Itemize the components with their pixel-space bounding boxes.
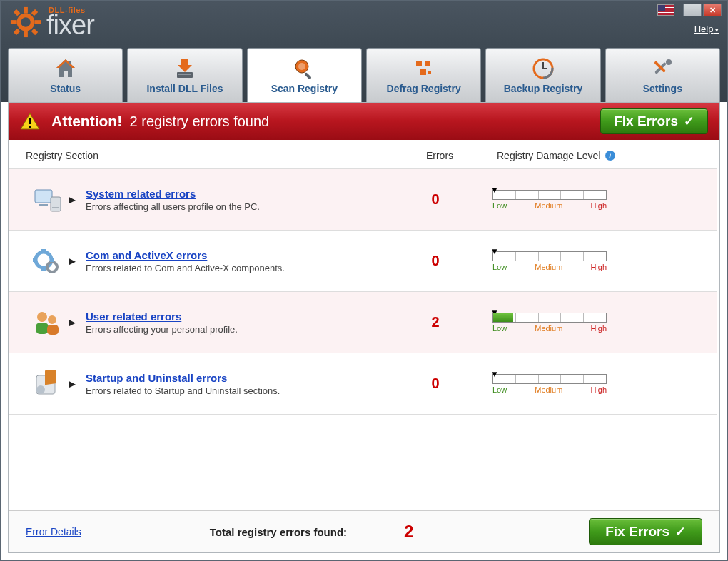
- tab-install-dll[interactable]: Install DLL Files: [127, 48, 242, 102]
- label-medium: Medium: [535, 201, 562, 210]
- svg-rect-40: [33, 258, 37, 262]
- clock-icon: [531, 56, 555, 81]
- fix-errors-button-bottom[interactable]: Fix Errors✓: [589, 518, 702, 545]
- svg-point-28: [666, 59, 672, 65]
- label-medium: Medium: [535, 263, 562, 271]
- row-title-link[interactable]: User related errors: [86, 310, 393, 323]
- row-text: System related errorsErrors affecting al…: [86, 188, 393, 212]
- svg-rect-4: [34, 20, 41, 24]
- row-title-link[interactable]: Com and ActiveX errors: [86, 249, 393, 261]
- tab-backup-registry[interactable]: Backup Registry: [485, 48, 600, 102]
- tab-label: Install DLL Files: [146, 83, 223, 94]
- svg-rect-31: [29, 126, 31, 128]
- svg-point-47: [36, 385, 45, 394]
- total-label: Total registry errors found:: [210, 526, 347, 538]
- tab-settings[interactable]: Settings: [605, 48, 720, 102]
- svg-rect-39: [41, 266, 46, 271]
- row-error-count: 0: [393, 191, 478, 208]
- svg-rect-33: [39, 204, 48, 206]
- label-low: Low: [492, 263, 507, 271]
- row-text: Startup and Uninstall errorsErrors relat…: [86, 372, 393, 396]
- row-description: Errors related to Com and Active-X compo…: [86, 263, 393, 273]
- expand-toggle[interactable]: ▶: [69, 378, 86, 389]
- label-medium: Medium: [535, 385, 562, 394]
- expand-toggle[interactable]: ▶: [69, 194, 86, 205]
- svg-rect-13: [178, 74, 191, 75]
- svg-rect-6: [31, 9, 38, 16]
- row-description: Errors affecting your personal profile.: [86, 324, 393, 335]
- total-count: 2: [404, 522, 413, 542]
- svg-rect-3: [11, 20, 17, 24]
- tab-label: Scan Registry: [271, 83, 338, 94]
- label-high: High: [590, 201, 607, 210]
- row-error-count: 0: [393, 253, 478, 269]
- svg-rect-2: [24, 31, 28, 37]
- minimize-button[interactable]: —: [683, 4, 702, 16]
- expand-toggle[interactable]: ▶: [69, 317, 86, 328]
- error-row: ▶User related errorsErrors affecting you…: [9, 292, 717, 353]
- svg-rect-11: [69, 61, 71, 64]
- svg-rect-30: [29, 118, 31, 124]
- svg-rect-34: [51, 197, 61, 211]
- svg-point-44: [48, 315, 56, 324]
- language-flag-icon[interactable]: [657, 4, 674, 16]
- alert-message: 2 registry errors found: [130, 113, 270, 129]
- column-headers: Registry Section Errors Registry Damage …: [9, 140, 719, 168]
- help-menu[interactable]: Help: [694, 24, 719, 34]
- tab-defrag-registry[interactable]: Defrag Registry: [366, 48, 481, 102]
- svg-rect-18: [416, 61, 422, 66]
- svg-rect-1: [24, 7, 28, 14]
- svg-rect-48: [45, 370, 56, 385]
- blocks-icon: [412, 56, 436, 81]
- label-low: Low: [492, 324, 507, 333]
- svg-point-42: [37, 312, 47, 322]
- brand-name: fixer: [46, 11, 94, 39]
- close-button[interactable]: ✕: [703, 4, 722, 16]
- tools-icon: [650, 56, 674, 81]
- svg-rect-8: [31, 29, 38, 35]
- svg-rect-7: [14, 29, 20, 35]
- tab-status[interactable]: Status: [8, 48, 123, 102]
- row-title-link[interactable]: Startup and Uninstall errors: [86, 372, 393, 384]
- svg-rect-5: [14, 9, 20, 16]
- svg-point-0: [19, 15, 32, 29]
- header-section: Registry Section: [26, 150, 397, 161]
- error-details-link[interactable]: Error Details: [26, 526, 81, 537]
- fix-errors-button-top[interactable]: Fix Errors✓: [600, 108, 708, 134]
- row-description: Errors affecting all users profile on th…: [86, 201, 393, 212]
- alert-bar: Attention! 2 registry errors found Fix E…: [9, 103, 719, 140]
- alert-attention: Attention!: [51, 113, 122, 129]
- magnifier-icon: [292, 56, 316, 81]
- svg-point-36: [36, 252, 51, 268]
- svg-rect-41: [50, 258, 54, 262]
- info-icon[interactable]: i: [605, 151, 615, 161]
- svg-rect-35: [52, 207, 59, 208]
- app-window: DLL-files fixer — ✕ Help Status Install …: [0, 0, 728, 561]
- tab-scan-registry[interactable]: Scan Registry: [247, 48, 362, 102]
- row-icon: [26, 247, 69, 276]
- svg-rect-21: [428, 71, 431, 74]
- svg-marker-9: [56, 59, 75, 77]
- label-high: High: [590, 385, 607, 394]
- svg-rect-17: [304, 72, 312, 80]
- label-high: High: [590, 324, 607, 333]
- meter-marker-icon: ▼: [490, 185, 499, 195]
- gear-icon: [9, 6, 42, 39]
- alert-text: Attention! 2 registry errors found: [51, 113, 269, 130]
- row-error-count: 2: [393, 314, 478, 330]
- tab-label: Status: [50, 83, 81, 94]
- error-list: ▶System related errorsErrors affecting a…: [9, 168, 717, 510]
- damage-meter: ▼LowMediumHigh: [478, 374, 699, 394]
- content-area: Attention! 2 registry errors found Fix E…: [8, 102, 720, 553]
- warning-icon: [20, 113, 40, 130]
- expand-toggle[interactable]: ▶: [69, 256, 86, 266]
- tab-label: Defrag Registry: [387, 83, 461, 94]
- footer-bar: Error Details Total registry errors foun…: [9, 510, 719, 552]
- row-title-link[interactable]: System related errors: [86, 188, 393, 200]
- damage-meter: ▼LowMediumHigh: [478, 190, 699, 210]
- svg-rect-20: [420, 69, 426, 75]
- check-icon: ✓: [684, 113, 694, 129]
- label-low: Low: [492, 201, 507, 210]
- svg-rect-32: [35, 190, 52, 203]
- svg-rect-19: [425, 61, 430, 66]
